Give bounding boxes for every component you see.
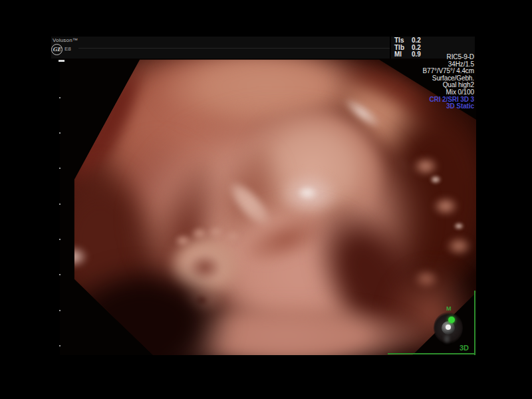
placenta-speck bbox=[430, 175, 442, 184]
param-3d-static: 3D Static bbox=[301, 103, 474, 110]
probe-name: RIC5-9-D bbox=[301, 54, 474, 61]
voluson-logo-text: Voluson™ bbox=[53, 37, 78, 43]
depth-tick bbox=[59, 97, 61, 98]
acquisition-parameter-panel: RIC5-9-D 34Hz/1.5 B77°/V75°/ 4.4cm Surfa… bbox=[301, 54, 474, 110]
fetal-toe bbox=[207, 225, 225, 239]
fetal-toe bbox=[191, 227, 208, 240]
placenta-spot bbox=[412, 156, 439, 176]
trackball-mode-label: M bbox=[446, 305, 452, 312]
fetal-toe bbox=[174, 234, 192, 247]
depth-tick bbox=[59, 310, 61, 311]
ultrasound-screen: Voluson™ GE E8 TIs0.2 TIb0.2 MI0.9 RIC5-… bbox=[0, 0, 532, 399]
trackball-green-dot bbox=[448, 317, 455, 323]
render-box-border-vertical bbox=[474, 291, 475, 355]
placenta-spot bbox=[432, 196, 459, 216]
placenta-speck bbox=[454, 222, 464, 230]
tis-value: 0.2 bbox=[412, 37, 421, 45]
placenta-spot bbox=[446, 236, 472, 256]
ti-row-tis: TIs0.2 bbox=[394, 37, 421, 45]
fetal-toe bbox=[224, 230, 241, 243]
trackball-center-dot bbox=[446, 325, 451, 330]
depth-tick bbox=[59, 132, 61, 134]
param-mix: Mix 0/100 bbox=[301, 89, 474, 96]
ge-logo-icon: GE bbox=[51, 44, 63, 55]
tis-label: TIs bbox=[394, 37, 412, 45]
depth-tick bbox=[59, 345, 61, 346]
header-divider bbox=[78, 48, 390, 49]
depth-tick bbox=[59, 203, 61, 205]
trackball-tail bbox=[444, 335, 450, 342]
head-specular-spot bbox=[297, 186, 318, 200]
render-box-border-bottom bbox=[388, 353, 475, 354]
depth-tick bbox=[59, 168, 61, 169]
render-box-label: 3D bbox=[460, 344, 469, 352]
focus-marker bbox=[59, 60, 65, 62]
system-model-label: E8 bbox=[65, 46, 71, 52]
depth-tick bbox=[59, 274, 61, 275]
depth-tick bbox=[59, 239, 61, 240]
